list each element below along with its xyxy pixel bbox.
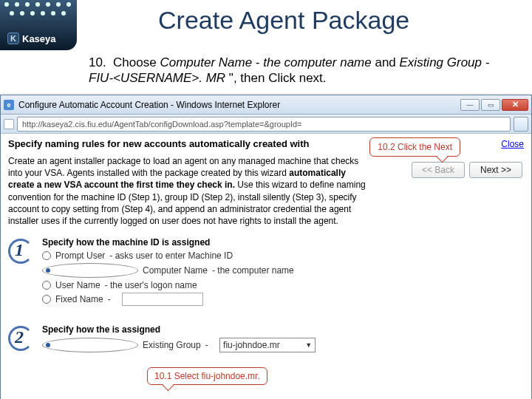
step-number-2-icon: 2 — [8, 324, 35, 355]
browser-window: e Configure Automatic Account Creation -… — [0, 95, 532, 399]
section2-title: Specify how the is assigned — [42, 324, 524, 335]
callout-select-group: 10.1 Select fiu-johndoe.mr. — [147, 367, 267, 385]
maximize-button[interactable]: ▭ — [481, 99, 500, 111]
back-button[interactable]: << Back — [412, 162, 465, 178]
callout-next: 10.2 Click the Next — [369, 137, 460, 157]
intro-paragraph: Create an agent installer package to loa… — [8, 155, 370, 227]
browser-titlebar[interactable]: e Configure Automatic Account Creation -… — [1, 95, 531, 115]
slide-title: Create Agent Package — [158, 6, 409, 35]
next-button[interactable]: Next >> — [469, 162, 522, 178]
window-close-button[interactable]: ✕ — [502, 99, 528, 111]
minimize-button[interactable]: — — [460, 99, 480, 111]
close-link[interactable]: Close — [501, 139, 524, 149]
radio-prompt-user[interactable] — [42, 251, 51, 260]
instruction-step: 10. Choose Computer Name - the computer … — [89, 55, 517, 86]
refresh-button[interactable] — [514, 117, 528, 132]
radio-existing-group[interactable] — [42, 338, 138, 352]
radio-computer-name[interactable] — [42, 263, 138, 278]
fixed-name-input[interactable] — [122, 293, 203, 306]
chevron-down-icon: ▼ — [305, 341, 312, 349]
window-title: Configure Automatic Account Creation - W… — [18, 100, 460, 110]
logo-k-icon: K — [7, 33, 19, 44]
ie-icon: e — [4, 100, 14, 110]
brand-logo: KKaseya — [0, 0, 77, 50]
group-select[interactable]: fiu-johndoe.mr▼ — [219, 338, 316, 352]
step-number-1-icon: 1 — [8, 237, 35, 268]
address-bar-row: http://kaseya2.cis.fiu.edu/AgentTab/conf… — [1, 115, 531, 134]
page-icon — [4, 119, 14, 129]
section1-title: Specify how the machine ID is assigned — [42, 237, 524, 248]
address-bar[interactable]: http://kaseya2.cis.fiu.edu/AgentTab/conf… — [17, 117, 511, 132]
radio-user-name[interactable] — [42, 281, 51, 290]
brand-name: Kaseya — [22, 33, 56, 44]
radio-fixed-name[interactable] — [42, 295, 51, 304]
